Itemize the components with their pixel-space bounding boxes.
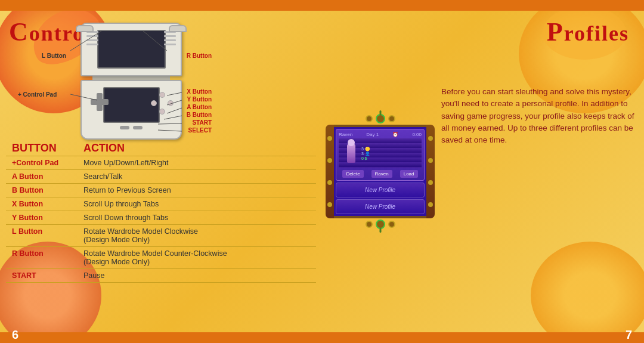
load-action-button[interactable]: Load [400, 170, 418, 178]
l-button-label: L Button [42, 52, 66, 59]
table-row: A ButtonSearch/Talk [6, 170, 316, 184]
control-pad-label: + Control Pad [18, 91, 57, 98]
button-cell: Y Button [6, 211, 78, 225]
svg-line-3 [167, 92, 182, 95]
button-cell: L Button [6, 225, 78, 247]
action-cell: Scroll Down through Tabs [78, 211, 316, 225]
profiles-title-area: Profiles [441, 17, 638, 50]
load-button[interactable]: Raven [371, 170, 392, 178]
main-content: Controls [0, 11, 644, 332]
table-row: +Control PadMove Up/Down/Left/Right [6, 156, 316, 170]
action-column-header: ACTION [78, 141, 316, 156]
table-row: Y ButtonScroll Down through Tabs [6, 211, 316, 225]
button-column-header: BUTTON [6, 141, 78, 156]
controls-title: Controls [9, 17, 313, 47]
action-cell: Rotate Wardrobe Model Clockwise (Design … [78, 225, 316, 247]
action-cell: Rotate Wardrobe Model Counter-Clockwise … [78, 247, 316, 269]
svg-line-6 [164, 116, 182, 119]
profile-time-icon: ⏰ [392, 132, 398, 137]
x-button-label: X Button [187, 88, 212, 95]
svg-line-7 [158, 123, 182, 124]
profiles-section: Raven Day 1 ⏰ 0:00 [322, 11, 644, 332]
profile-time: 0:00 [412, 132, 422, 137]
svg-line-5 [167, 108, 182, 113]
button-cell: +Control Pad [6, 156, 78, 170]
action-cell: Scroll Up through Tabs [78, 197, 316, 211]
action-cell: Move Up/Down/Left/Right [78, 156, 316, 170]
y-button-label: Y Button [187, 96, 212, 103]
table-row: B ButtonReturn to Previous Screen [6, 184, 316, 197]
controls-table-area: BUTTON ACTION +Control PadMove Up/Down/L… [6, 141, 316, 283]
button-cell: R Button [6, 247, 78, 269]
page-number-right: 7 [626, 328, 632, 342]
profile-name: Raven [339, 132, 352, 137]
table-row: X ButtonScroll Up through Tabs [6, 197, 316, 211]
controls-table: BUTTON ACTION +Control PadMove Up/Down/L… [6, 141, 316, 283]
new-profile-2[interactable]: New Profile [340, 203, 420, 210]
table-row: R ButtonRotate Wardrobe Model Counter-Cl… [6, 247, 316, 269]
page-background: 6 7 Controls [0, 0, 644, 343]
svg-line-8 [158, 130, 182, 131]
select-label: SELECT [188, 127, 212, 134]
border-bottom [0, 332, 644, 343]
delete-button[interactable]: Delete [342, 170, 363, 178]
controls-title-cap: C [9, 17, 29, 47]
r-button-label: R Button [187, 52, 212, 59]
profile-day: Day 1 [366, 132, 379, 137]
table-row: STARTPause [6, 269, 316, 283]
controls-section: Controls [0, 11, 322, 332]
new-profile-1[interactable]: New Profile [340, 187, 420, 193]
profiles-title: Profiles [441, 17, 629, 47]
a-button-label: A Button [187, 104, 212, 110]
profiles-description: Before you can start sleuthing and solve… [441, 86, 638, 146]
border-top [0, 0, 644, 11]
svg-line-2 [70, 94, 97, 100]
button-cell: X Button [6, 197, 78, 211]
action-cell: Pause [78, 269, 316, 283]
page-number-left: 6 [12, 328, 18, 342]
button-cell: A Button [6, 170, 78, 184]
profiles-right-col: Profiles Before you can start sleuthing … [441, 17, 638, 326]
action-cell: Return to Previous Screen [78, 184, 316, 197]
button-cell: START [6, 269, 78, 283]
start-label: START [192, 119, 212, 126]
profile-screen-area: Raven Day 1 ⏰ 0:00 [325, 17, 435, 326]
b-button-label: B Button [187, 112, 212, 118]
button-cell: B Button [6, 184, 78, 197]
action-cell: Search/Talk [78, 170, 316, 184]
svg-line-4 [167, 100, 182, 105]
profiles-title-cap: P [547, 17, 564, 47]
table-row: L ButtonRotate Wardrobe Model Clockwise … [6, 225, 316, 247]
